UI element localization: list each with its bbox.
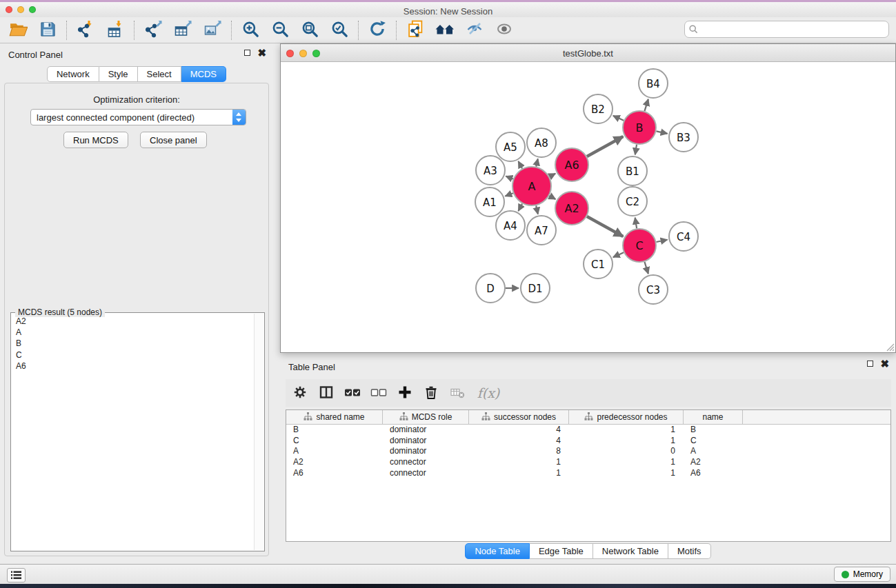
graph-edge-A-A3[interactable] xyxy=(506,176,513,179)
table-row[interactable]: Adominator80A xyxy=(286,446,890,457)
graph-edge-A6-B[interactable] xyxy=(587,136,623,156)
clone-network-button[interactable] xyxy=(402,19,428,41)
graph-node-A2[interactable]: A2 xyxy=(555,192,588,225)
graph-node-C4[interactable]: C4 xyxy=(669,222,698,251)
result-item[interactable]: A2 xyxy=(12,316,253,327)
task-history-button[interactable] xyxy=(7,568,26,582)
graph-edge-A2-C[interactable] xyxy=(587,216,623,236)
graph-edge-A-A8[interactable] xyxy=(536,159,538,166)
table-row[interactable]: Bdominator41B xyxy=(286,425,890,436)
import-table-button[interactable] xyxy=(102,19,128,41)
settings-gear-button[interactable] xyxy=(290,383,310,403)
export-network-button[interactable] xyxy=(140,19,166,41)
tab-style[interactable]: Style xyxy=(99,66,138,82)
tab-node-table[interactable]: Node Table xyxy=(465,543,530,559)
column-header-predecessor-nodes[interactable]: predecessor nodes xyxy=(569,410,684,424)
result-scrollbar[interactable] xyxy=(254,314,263,550)
resize-grip-icon[interactable] xyxy=(885,342,895,352)
search-field[interactable] xyxy=(684,21,889,38)
column-header-MCDS-role[interactable]: MCDS role xyxy=(383,410,469,424)
graph-edge-C-C3[interactable] xyxy=(644,262,648,274)
graph-edge-A-A6[interactable] xyxy=(550,174,556,177)
graph-node-B1[interactable]: B1 xyxy=(618,156,647,185)
graph-node-A5[interactable]: A5 xyxy=(496,132,525,161)
graph-edge-A-A1[interactable] xyxy=(505,193,512,196)
tab-network-table[interactable]: Network Table xyxy=(593,543,668,559)
export-image-button[interactable] xyxy=(199,19,226,41)
graph-node-C[interactable]: C xyxy=(623,229,656,262)
graph-edge-B-B3[interactable] xyxy=(656,131,667,134)
column-layout-button[interactable] xyxy=(316,383,337,403)
close-panel-button[interactable]: Close panel xyxy=(140,132,207,148)
export-table-button[interactable] xyxy=(170,19,196,41)
graph-node-A3[interactable]: A3 xyxy=(476,156,505,185)
network-canvas[interactable]: AA1A3A5A8A4A7A6A2BB1B2B3B4CC1C2C3C4DD1 xyxy=(281,62,895,352)
table-row[interactable]: A2connector11A2 xyxy=(286,457,890,468)
toolbar-group xyxy=(135,19,230,41)
graph-edge-A-A4[interactable] xyxy=(518,203,522,210)
open-file-button[interactable] xyxy=(5,19,31,41)
delete-column-button[interactable] xyxy=(421,383,441,403)
result-item[interactable]: C xyxy=(12,349,253,361)
graph-node-B2[interactable]: B2 xyxy=(584,94,613,123)
graph-node-A7[interactable]: A7 xyxy=(527,216,556,245)
zoom-selected-button[interactable] xyxy=(326,19,352,41)
graph-node-C1[interactable]: C1 xyxy=(584,250,613,278)
run-mcds-button[interactable]: Run MCDS xyxy=(63,132,128,148)
deselect-all-button[interactable] xyxy=(368,383,389,403)
graph-node-C3[interactable]: C3 xyxy=(639,275,668,304)
graph-node-B[interactable]: B xyxy=(623,111,656,144)
import-network-button[interactable] xyxy=(72,19,99,41)
tab-edge-table[interactable]: Edge Table xyxy=(530,543,593,559)
control-panel-title: Control Panel xyxy=(8,50,63,60)
zoom-in-button[interactable] xyxy=(237,19,263,41)
graph-edge-A-A5[interactable] xyxy=(518,161,522,168)
result-item[interactable]: B xyxy=(12,338,253,349)
zoom-out-button[interactable] xyxy=(267,19,293,41)
graph-edge-B-B4[interactable] xyxy=(644,99,648,111)
graph-edge-B-B2[interactable] xyxy=(613,116,624,121)
select-all-button[interactable] xyxy=(342,383,363,403)
graph-node-C2[interactable]: C2 xyxy=(618,187,647,216)
add-column-button[interactable] xyxy=(395,383,415,403)
column-header-name[interactable]: name xyxy=(684,410,743,424)
close-panel-icon[interactable]: ✖ xyxy=(257,50,266,56)
graph-node-A4[interactable]: A4 xyxy=(496,211,525,240)
close-table-panel-icon[interactable]: ✖ xyxy=(880,361,889,367)
graph-node-A1[interactable]: A1 xyxy=(475,187,504,216)
new-network-from-selection-button[interactable] xyxy=(432,19,458,41)
graph-node-A8[interactable]: A8 xyxy=(527,128,556,157)
save-session-button[interactable] xyxy=(34,19,61,41)
graph-edge-C-C2[interactable] xyxy=(635,218,637,229)
tab-motifs[interactable]: Motifs xyxy=(668,543,711,559)
search-input[interactable] xyxy=(701,25,884,34)
graph-node-A[interactable]: A xyxy=(512,167,551,205)
tab-select[interactable]: Select xyxy=(138,66,181,82)
graph-node-D1[interactable]: D1 xyxy=(521,274,550,303)
graph-node-B3[interactable]: B3 xyxy=(669,123,698,152)
show-all-button[interactable] xyxy=(491,19,517,41)
graph-edge-B-B1[interactable] xyxy=(635,145,637,155)
graph-node-B4[interactable]: B4 xyxy=(639,69,668,98)
float-panel-icon[interactable] xyxy=(244,50,250,56)
result-item[interactable]: A xyxy=(12,327,253,338)
graph-edge-A-A2[interactable] xyxy=(549,196,555,199)
graph-edge-C-C4[interactable] xyxy=(656,240,667,242)
float-table-panel-icon[interactable] xyxy=(867,361,873,367)
graph-node-A6[interactable]: A6 xyxy=(555,148,588,181)
hide-selected-button[interactable] xyxy=(461,19,488,41)
graph-node-D[interactable]: D xyxy=(476,274,505,303)
tab-mcds[interactable]: MCDS xyxy=(181,66,226,82)
column-header-successor-nodes[interactable]: successor nodes xyxy=(469,410,569,424)
zoom-fit-button[interactable] xyxy=(297,19,323,41)
graph-edge-C-C1[interactable] xyxy=(613,252,624,257)
optimization-criterion-dropdown[interactable]: largest connected component (directed) xyxy=(30,109,246,125)
table-row[interactable]: Cdominator41C xyxy=(286,436,890,447)
tab-network[interactable]: Network xyxy=(47,66,99,82)
result-item[interactable]: A6 xyxy=(12,361,253,372)
memory-button[interactable]: Memory xyxy=(834,567,890,582)
graph-edge-A-A7[interactable] xyxy=(536,205,538,214)
table-row[interactable]: A6connector11A6 xyxy=(286,468,890,479)
refresh-network-button[interactable] xyxy=(364,19,390,41)
column-header-shared-name[interactable]: shared name xyxy=(286,410,383,424)
